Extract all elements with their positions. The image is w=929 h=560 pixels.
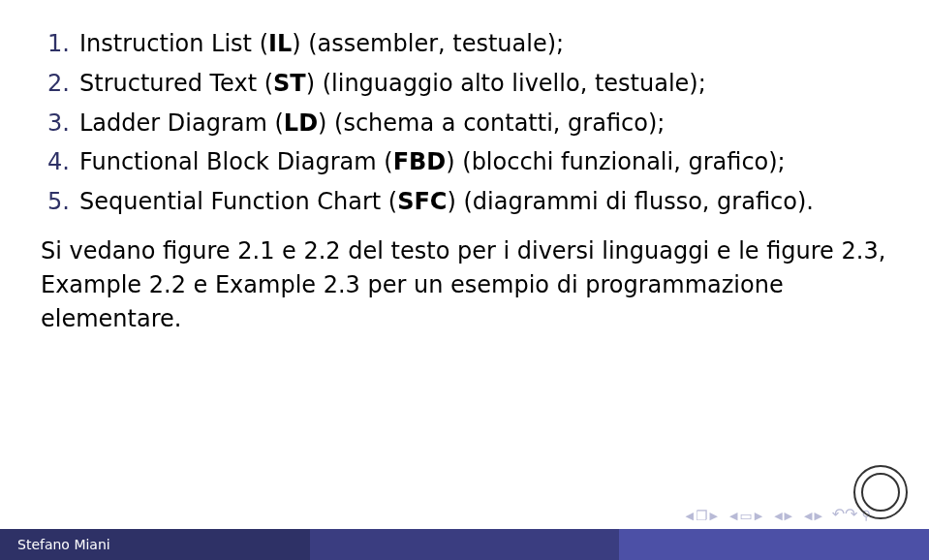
list-item: 5. Sequential Function Chart (SFC) (diag… bbox=[37, 185, 892, 225]
list-item: 1. Instruction List (IL) (assembler, tes… bbox=[37, 27, 892, 67]
item-number: 1. bbox=[37, 27, 70, 61]
footer-bar: Stefano Miani bbox=[0, 529, 929, 560]
item-text-post: ) (schema a contatti, grafico); bbox=[318, 109, 665, 137]
prev-sub-icon[interactable]: ◀ bbox=[774, 510, 782, 522]
footer-date-segment bbox=[619, 529, 929, 560]
frame-icon[interactable]: ❐ bbox=[696, 508, 708, 523]
item-number: 5. bbox=[37, 185, 70, 219]
footer-title-segment bbox=[310, 529, 620, 560]
undo-icon[interactable]: ↶ bbox=[832, 505, 845, 523]
beamer-nav-bar: ◀ ❐ ▶ ◀ ▭ ▶ ◀ ▶ ◀ ▶ bbox=[685, 508, 822, 523]
footer-author: Stefano Miani bbox=[0, 537, 110, 552]
item-number: 2. bbox=[37, 67, 70, 101]
item-text-bold: LD bbox=[284, 109, 318, 137]
nav-slide-group: ◀ ❐ ▶ bbox=[685, 508, 718, 523]
item-text-pre: Sequential Function Chart ( bbox=[79, 188, 397, 215]
nav-sub-group: ◀ ▶ bbox=[774, 510, 792, 522]
item-number: 3. bbox=[37, 107, 70, 140]
item-text-bold: SFC bbox=[397, 188, 447, 215]
next-sec-icon[interactable]: ▶ bbox=[815, 510, 822, 522]
list-item: 3. Ladder Diagram (LD) (schema a contatt… bbox=[37, 107, 892, 146]
overlay-icon[interactable]: ▭ bbox=[739, 508, 752, 523]
prev-slide-icon[interactable]: ◀ bbox=[685, 510, 693, 522]
item-text-pre: Structured Text ( bbox=[79, 70, 273, 97]
item-text-post: ) (linguaggio alto livello, testuale); bbox=[306, 70, 706, 97]
slide-body: 1. Instruction List (IL) (assembler, tes… bbox=[0, 0, 929, 335]
item-text-bold: FBD bbox=[393, 148, 447, 175]
list-item: 4. Functional Block Diagram (FBD) (blocc… bbox=[37, 145, 892, 185]
paragraph: Si vedano figure 2.1 e 2.2 del testo per… bbox=[37, 234, 892, 335]
list-item: 2. Structured Text (ST) (linguaggio alto… bbox=[37, 67, 892, 107]
item-text-post: ) (diagrammi di flusso, grafico). bbox=[447, 188, 813, 215]
prev-sec-icon[interactable]: ◀ bbox=[804, 510, 812, 522]
item-number: 4. bbox=[37, 145, 70, 179]
item-text-pre: Instruction List ( bbox=[79, 30, 268, 57]
enumerated-list: 1. Instruction List (IL) (assembler, tes… bbox=[37, 27, 892, 225]
item-text-bold: ST bbox=[273, 70, 306, 97]
redo-icon[interactable]: ↷ bbox=[845, 505, 857, 523]
item-text-pre: Ladder Diagram ( bbox=[79, 109, 284, 137]
next-frame-icon[interactable]: ▶ bbox=[755, 510, 762, 522]
next-sub-icon[interactable]: ▶ bbox=[785, 510, 792, 522]
next-slide-icon[interactable]: ▶ bbox=[709, 510, 717, 522]
item-text-bold: IL bbox=[268, 30, 292, 57]
item-text-post: ) (blocchi funzionali, grafico); bbox=[446, 148, 785, 175]
university-seal-icon bbox=[853, 465, 908, 519]
prev-frame-icon[interactable]: ◀ bbox=[729, 510, 737, 522]
item-text-pre: Functional Block Diagram ( bbox=[79, 148, 393, 175]
footer-author-segment: Stefano Miani bbox=[0, 529, 310, 560]
nav-frame-group: ◀ ▭ ▶ bbox=[729, 508, 762, 523]
item-text-post: ) (assembler, testuale); bbox=[292, 30, 564, 57]
nav-sec-group: ◀ ▶ bbox=[804, 510, 822, 522]
